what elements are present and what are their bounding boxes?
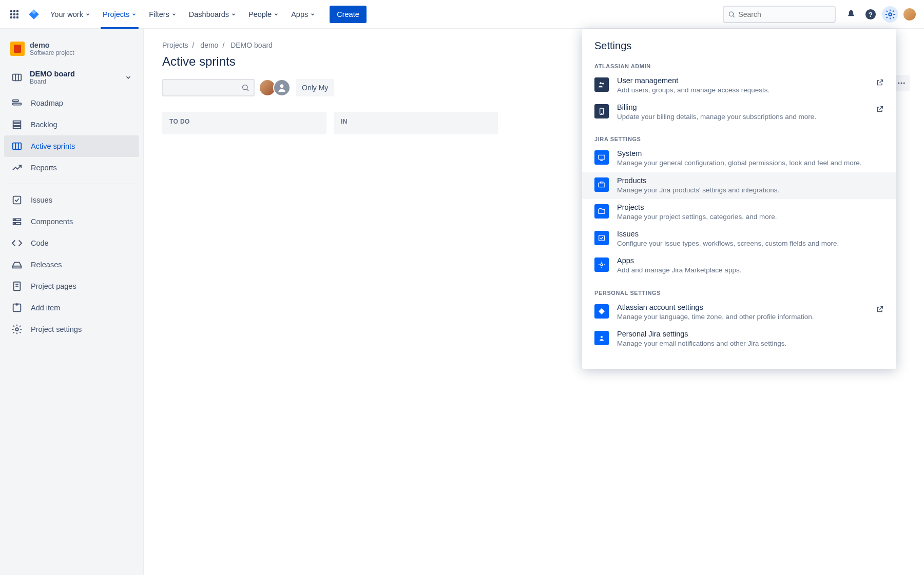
svg-rect-12 [13,127,21,129]
svg-point-36 [602,83,604,84]
svg-text:?: ? [869,10,873,18]
nav-dashboards[interactable]: Dashboards [184,0,241,29]
settings-item-projects[interactable]: Projects Manage your project settings, c… [582,199,896,226]
board-selector[interactable]: DEMO board Board [4,66,139,92]
add-item-icon [11,302,23,313]
sidebar-item-project-settings[interactable]: Project settings [4,319,139,340]
chevron-down-icon [274,12,279,17]
nav-label: Your work [50,10,83,18]
settings-item-user-management[interactable]: User management Add users, groups, and m… [582,72,896,99]
chevron-down-icon [171,12,177,17]
bell-icon [846,9,856,19]
sidebar-item-label: Add item [31,304,60,312]
svg-point-44 [601,264,603,266]
svg-point-29 [243,85,247,90]
board-column[interactable]: IN [334,112,498,134]
settings-item-desc: Configure your issue types, workflows, s… [617,239,884,248]
releases-icon [11,259,23,270]
sidebar-item-reports[interactable]: Reports [4,157,139,179]
unassigned-avatar[interactable] [273,79,291,96]
app-switcher[interactable] [6,6,23,23]
settings-item-desc: Manage your project settings, categories… [617,212,884,222]
board-search[interactable] [162,79,255,96]
settings-panel-title: Settings [582,40,896,60]
board-name: DEMO board [30,70,75,78]
external-link-icon [876,78,884,87]
nav-filters[interactable]: Filters [144,0,181,29]
settings-item-desc: Manage your language, time zone, and oth… [617,312,876,322]
svg-rect-42 [600,182,603,183]
sidebar-item-issues[interactable]: Issues [4,189,139,211]
roadmap-icon [11,97,23,109]
nav-people[interactable]: People [243,0,284,29]
sidebar-item-releases[interactable]: Releases [4,254,139,275]
breadcrumb-item[interactable]: DEMO board [230,41,273,49]
active-sprints-icon [11,141,23,152]
settings-item-personal-jira-settings[interactable]: Personal Jira settings Manage your email… [582,326,896,352]
nav-label: Filters [149,10,169,18]
svg-point-0 [729,12,733,16]
settings-item-system[interactable]: System Manage your general configuration… [582,145,896,172]
sidebar-item-roadmap[interactable]: Roadmap [4,92,139,114]
settings-item-title: Products [617,176,884,185]
project-header[interactable]: demo Software project [4,41,139,66]
settings-item-title: Projects [617,203,884,211]
search-input[interactable] [738,10,831,18]
breadcrumb-item[interactable]: Projects [162,41,188,49]
svg-rect-11 [13,124,21,126]
nav-projects[interactable]: Projects [98,0,142,29]
sidebar-item-components[interactable]: Components [4,211,139,232]
person-icon [277,83,287,93]
sidebar-item-code[interactable]: Code [4,232,139,254]
nav-apps[interactable]: Apps [286,0,320,29]
more-icon [897,78,906,88]
svg-point-32 [898,83,899,84]
help-icon: ? [865,9,876,20]
sidebar-item-label: Releases [31,261,62,269]
chevron-down-icon [131,12,137,17]
svg-rect-13 [13,143,22,150]
only-my-issues-button[interactable]: Only My [296,79,334,96]
notifications-button[interactable] [843,6,859,23]
settings-group-label: JIRA SETTINGS [582,133,896,145]
create-button[interactable]: Create [330,6,367,23]
svg-rect-9 [13,103,22,105]
settings-group-label: ATLASSIAN ADMIN [582,60,896,72]
sidebar-item-active-sprints[interactable]: Active sprints [4,135,139,157]
settings-item-title: System [617,149,884,157]
settings-item-desc: Manage your Jira products' settings and … [617,186,884,195]
svg-rect-5 [13,74,22,81]
settings-item-title: User management [617,76,876,85]
settings-item-title: Billing [617,103,876,111]
nav-label: Dashboards [189,10,229,18]
sidebar: demo Software project DEMO board Board R… [0,29,144,575]
chevron-down-icon [310,12,315,17]
profile-button[interactable] [901,6,918,23]
chevron-down-icon [85,12,90,17]
settings-item-products[interactable]: Products Manage your Jira products' sett… [582,172,896,199]
breadcrumb-item[interactable]: demo [200,41,218,49]
svg-point-45 [601,336,603,338]
project-settings-icon [11,324,23,335]
sidebar-item-project-pages[interactable]: Project pages [4,275,139,297]
sidebar-item-add-item[interactable]: Add item [4,297,139,319]
nav-label: Apps [291,10,308,18]
settings-item-billing[interactable]: Billing Update your billing details, man… [582,99,896,126]
global-search[interactable] [723,6,836,23]
svg-point-20 [14,223,15,224]
settings-item-apps[interactable]: Apps Add and manage Jira Marketplace app… [582,252,896,279]
issues-icon [11,194,23,206]
settings-item-atlassian-account-settings[interactable]: Atlassian account settings Manage your l… [582,299,896,326]
sidebar-item-backlog[interactable]: Backlog [4,114,139,135]
settings-dropdown: Settings ATLASSIAN ADMIN User management… [582,29,896,369]
nav-your-work[interactable]: Your work [45,0,95,29]
board-column[interactable]: TO DO [162,112,326,134]
project-pages-icon [11,281,23,292]
help-button[interactable]: ? [862,6,879,23]
code-icon [11,237,23,249]
settings-item-title: Personal Jira settings [617,330,884,338]
settings-group-label: PERSONAL SETTINGS [582,287,896,299]
settings-item-issues[interactable]: Issues Configure your issue types, workf… [582,226,896,252]
settings-button[interactable] [882,6,898,23]
jira-logo-icon [28,8,40,21]
